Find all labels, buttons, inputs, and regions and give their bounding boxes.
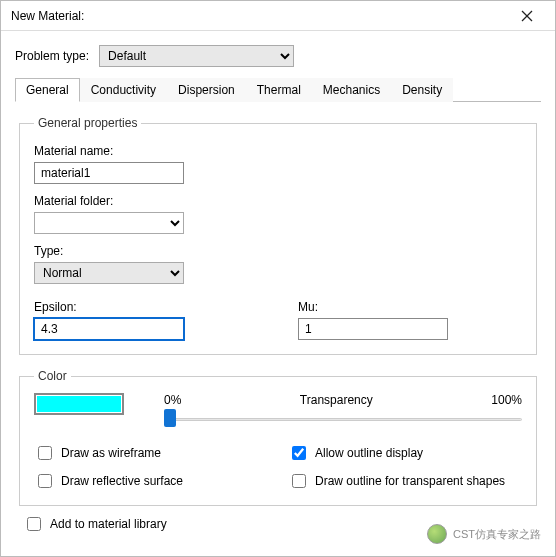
watermark-icon bbox=[427, 524, 447, 544]
problem-type-select[interactable]: Default bbox=[99, 45, 294, 67]
tab-thermal[interactable]: Thermal bbox=[246, 78, 312, 102]
close-icon bbox=[521, 10, 533, 22]
window-title: New Material: bbox=[11, 9, 84, 23]
draw-wireframe-input[interactable] bbox=[38, 446, 52, 460]
color-group: Color 0% Transparency 100% bbox=[19, 369, 537, 506]
allow-outline-label: Allow outline display bbox=[315, 446, 423, 460]
close-button[interactable] bbox=[507, 2, 547, 30]
tab-general[interactable]: General bbox=[15, 78, 80, 102]
material-name-label: Material name: bbox=[34, 144, 522, 158]
tab-strip: General Conductivity Dispersion Thermal … bbox=[15, 77, 541, 102]
allow-outline-checkbox[interactable]: Allow outline display bbox=[288, 443, 522, 463]
material-folder-select[interactable] bbox=[34, 212, 184, 234]
transparency-100: 100% bbox=[491, 393, 522, 407]
slider-thumb[interactable] bbox=[164, 409, 176, 427]
color-legend: Color bbox=[34, 369, 71, 383]
draw-outline-transparent-input[interactable] bbox=[292, 474, 306, 488]
draw-outline-transparent-label: Draw outline for transparent shapes bbox=[315, 474, 505, 488]
titlebar: New Material: bbox=[1, 1, 555, 31]
general-properties-group: General properties Material name: Materi… bbox=[19, 116, 537, 355]
allow-outline-input[interactable] bbox=[292, 446, 306, 460]
add-to-library-input[interactable] bbox=[27, 517, 41, 531]
draw-reflective-checkbox[interactable]: Draw reflective surface bbox=[34, 471, 268, 491]
problem-type-row: Problem type: Default bbox=[15, 45, 541, 67]
draw-wireframe-checkbox[interactable]: Draw as wireframe bbox=[34, 443, 268, 463]
watermark-text: CST仿真专家之路 bbox=[453, 527, 541, 542]
dialog-content: Problem type: Default General Conductivi… bbox=[1, 31, 555, 548]
tab-mechanics[interactable]: Mechanics bbox=[312, 78, 391, 102]
epsilon-label: Epsilon: bbox=[34, 300, 258, 314]
problem-type-label: Problem type: bbox=[15, 49, 89, 63]
transparency-0: 0% bbox=[164, 393, 181, 407]
draw-reflective-label: Draw reflective surface bbox=[61, 474, 183, 488]
material-name-input[interactable] bbox=[34, 162, 184, 184]
draw-reflective-input[interactable] bbox=[38, 474, 52, 488]
type-label: Type: bbox=[34, 244, 522, 258]
material-folder-label: Material folder: bbox=[34, 194, 522, 208]
general-legend: General properties bbox=[34, 116, 141, 130]
draw-wireframe-label: Draw as wireframe bbox=[61, 446, 161, 460]
new-material-dialog: New Material: Problem type: Default Gene… bbox=[0, 0, 556, 557]
transparency-area: 0% Transparency 100% bbox=[164, 393, 522, 429]
watermark: CST仿真专家之路 bbox=[427, 524, 541, 544]
transparency-label: Transparency bbox=[300, 393, 373, 407]
slider-track bbox=[164, 418, 522, 421]
tab-conductivity[interactable]: Conductivity bbox=[80, 78, 167, 102]
mu-label: Mu: bbox=[298, 300, 522, 314]
mu-input[interactable] bbox=[298, 318, 448, 340]
draw-outline-transparent-checkbox[interactable]: Draw outline for transparent shapes bbox=[288, 471, 522, 491]
add-to-library-label: Add to material library bbox=[50, 517, 167, 531]
type-select[interactable]: Normal bbox=[34, 262, 184, 284]
tab-density[interactable]: Density bbox=[391, 78, 453, 102]
tab-dispersion[interactable]: Dispersion bbox=[167, 78, 246, 102]
color-swatch-button[interactable] bbox=[34, 393, 124, 415]
transparency-slider[interactable] bbox=[164, 409, 522, 429]
epsilon-input[interactable] bbox=[34, 318, 184, 340]
